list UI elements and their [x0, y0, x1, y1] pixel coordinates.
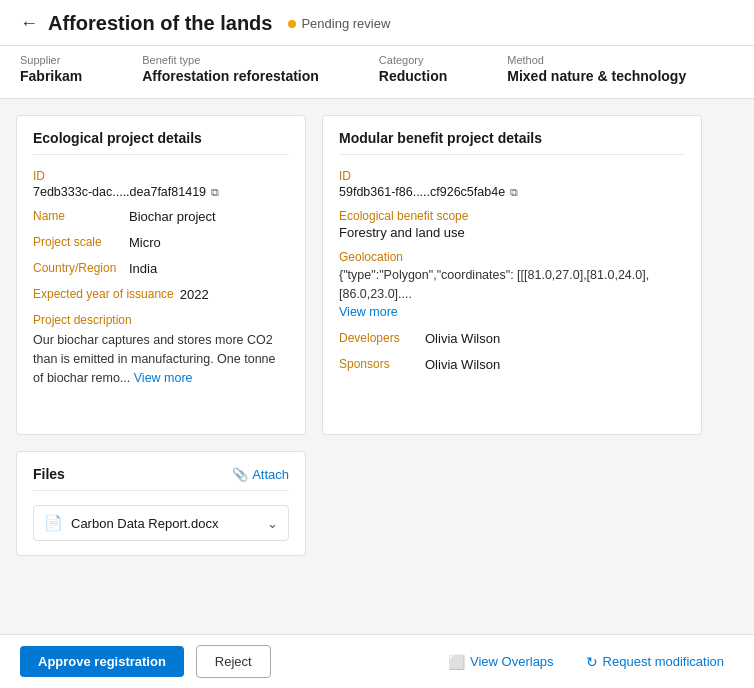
method-value: Mixed nature & technology — [507, 68, 686, 84]
eco-id-value: 7edb333c-dac.....dea7faf81419 ⧉ — [33, 185, 289, 199]
files-section: Files 📎 Attach 📄 Carbon Data Report.docx… — [16, 451, 306, 556]
eco-card: Ecological project details ID 7edb333c-d… — [16, 115, 306, 435]
main-content: Ecological project details ID 7edb333c-d… — [0, 99, 754, 451]
attach-button[interactable]: 📎 Attach — [232, 467, 289, 482]
eco-name-label: Name — [33, 209, 123, 223]
status-indicator — [288, 20, 296, 28]
view-overlaps-button[interactable]: ⬜ View Overlaps — [438, 654, 564, 670]
benefit-type-label: Benefit type — [142, 54, 319, 66]
eco-scope-value: Forestry and land use — [339, 225, 685, 240]
eco-scale-row: Project scale Micro — [33, 235, 289, 251]
eco-scope-label: Ecological benefit scope — [339, 209, 685, 223]
page-header: ← Afforestion of the lands Pending revie… — [0, 0, 754, 46]
copy-id-icon[interactable]: ⧉ — [211, 186, 219, 199]
eco-year-value: 2022 — [180, 287, 209, 303]
back-button[interactable]: ← — [20, 13, 38, 34]
meta-benefit-type: Benefit type Afforestation reforestation — [142, 54, 319, 84]
reject-button[interactable]: Reject — [196, 645, 271, 678]
files-title: Files — [33, 466, 65, 482]
eco-country-label: Country/Region — [33, 261, 123, 275]
approve-button[interactable]: Approve registration — [20, 646, 184, 677]
meta-category: Category Reduction — [379, 54, 447, 84]
modular-card-title: Modular benefit project details — [339, 130, 685, 155]
eco-card-title: Ecological project details — [33, 130, 289, 155]
sponsors-value: Olivia Wilson — [425, 357, 500, 373]
overlaps-icon: ⬜ — [448, 654, 465, 670]
file-name-area: 📄 Carbon Data Report.docx — [44, 514, 218, 532]
category-value: Reduction — [379, 68, 447, 84]
benefit-type-value: Afforestation reforestation — [142, 68, 319, 84]
eco-view-more[interactable]: View more — [134, 371, 193, 385]
footer: Approve registration Reject ⬜ View Overl… — [0, 634, 754, 688]
eco-desc-text: Our biochar captures and stores more CO2… — [33, 331, 289, 387]
page-title: Afforestion of the lands — [48, 12, 272, 35]
chevron-down-icon[interactable]: ⌄ — [267, 516, 278, 531]
refresh-icon: ↻ — [586, 654, 598, 670]
eco-id-label: ID — [33, 169, 289, 183]
status-text: Pending review — [301, 16, 390, 31]
modular-id-label: ID — [339, 169, 685, 183]
eco-scale-value: Micro — [129, 235, 161, 251]
developers-row: Developers Olivia Wilson — [339, 331, 685, 347]
meta-row: Supplier Fabrikam Benefit type Afforesta… — [0, 46, 754, 99]
eco-name-row: Name Biochar project — [33, 209, 289, 225]
supplier-value: Fabrikam — [20, 68, 82, 84]
file-doc-icon: 📄 — [44, 514, 63, 532]
eco-name-value: Biochar project — [129, 209, 216, 225]
modular-id-value: 59fdb361-f86.....cf926c5fab4e ⧉ — [339, 185, 685, 199]
sponsors-row: Sponsors Olivia Wilson — [339, 357, 685, 373]
eco-country-value: India — [129, 261, 157, 277]
file-name: Carbon Data Report.docx — [71, 516, 218, 531]
eco-year-row: Expected year of issuance 2022 — [33, 287, 289, 303]
supplier-label: Supplier — [20, 54, 82, 66]
copy-modular-id-icon[interactable]: ⧉ — [510, 186, 518, 199]
method-label: Method — [507, 54, 686, 66]
eco-desc-label: Project description — [33, 313, 289, 327]
request-modification-button[interactable]: ↻ Request modification — [576, 654, 734, 670]
status-badge: Pending review — [288, 16, 390, 31]
files-header: Files 📎 Attach — [33, 466, 289, 491]
eco-country-row: Country/Region India — [33, 261, 289, 277]
category-label: Category — [379, 54, 447, 66]
developers-label: Developers — [339, 331, 419, 345]
geoloc-value: {"type":"Polygon","coordinates": [[[81.0… — [339, 266, 685, 304]
meta-supplier: Supplier Fabrikam — [20, 54, 82, 84]
sponsors-label: Sponsors — [339, 357, 419, 371]
meta-method: Method Mixed nature & technology — [507, 54, 686, 84]
eco-scale-label: Project scale — [33, 235, 123, 249]
developers-value: Olivia Wilson — [425, 331, 500, 347]
geoloc-label: Geolocation — [339, 250, 685, 264]
modular-card: Modular benefit project details ID 59fdb… — [322, 115, 702, 435]
file-item[interactable]: 📄 Carbon Data Report.docx ⌄ — [33, 505, 289, 541]
eco-year-label: Expected year of issuance — [33, 287, 174, 301]
attach-icon: 📎 — [232, 467, 248, 482]
modular-view-more[interactable]: View more — [339, 305, 398, 319]
